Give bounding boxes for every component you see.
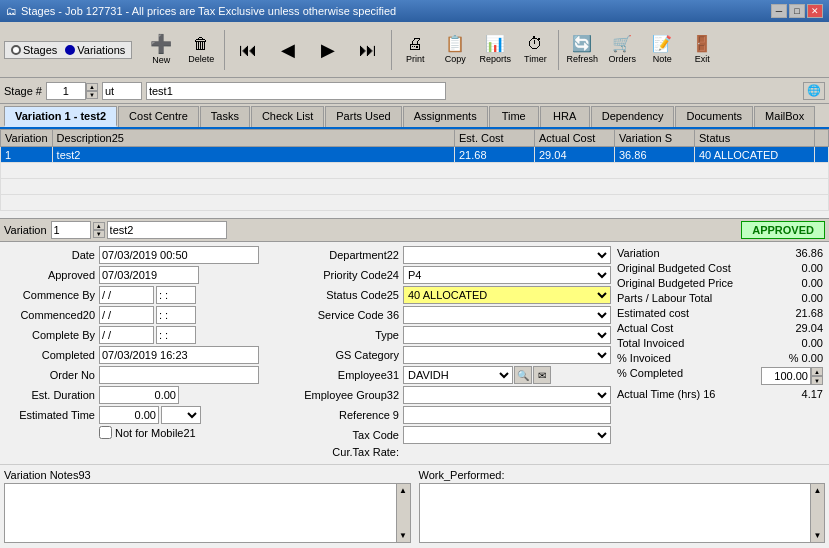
servicecode-select[interactable] (403, 306, 611, 324)
pct-spin-up[interactable]: ▲ (811, 367, 823, 376)
tab-dependency[interactable]: Dependency (591, 106, 675, 127)
orderno-input[interactable] (99, 366, 259, 384)
employee-label: Employee31 (293, 369, 403, 381)
gs-select[interactable] (403, 346, 611, 364)
priority-select[interactable]: P4 (403, 266, 611, 284)
copy-button[interactable]: 📋 Copy (436, 27, 474, 73)
complete-by-time-input[interactable] (156, 326, 196, 344)
type-select[interactable] (403, 326, 611, 344)
scroll-up-icon[interactable]: ▲ (399, 486, 407, 495)
orderno-label: Order No (4, 369, 99, 381)
r-pctinvoiced-value: % 0.00 (783, 352, 823, 364)
close-btn[interactable]: ✕ (807, 4, 823, 18)
estduration-input[interactable] (99, 386, 179, 404)
notes-scrollbar[interactable]: ▲ ▼ (396, 484, 410, 542)
approved-input[interactable] (99, 266, 199, 284)
tab-variation1[interactable]: Variation 1 - test2 (4, 106, 117, 127)
complete-by-date-input[interactable] (99, 326, 154, 344)
timer-button[interactable]: ⏱ Timer (516, 27, 554, 73)
delete-label: Delete (188, 54, 214, 64)
window-controls: ─ □ ✕ (771, 4, 823, 18)
refresh-button[interactable]: 🔄 Refresh (563, 27, 601, 73)
orders-button[interactable]: 🛒 Orders (603, 27, 641, 73)
spin-up[interactable]: ▲ (86, 83, 98, 91)
taxcode-label: Tax Code (293, 429, 403, 441)
date-input[interactable] (99, 246, 259, 264)
pct-spin-down[interactable]: ▼ (811, 376, 823, 385)
tab-time[interactable]: Time (489, 106, 539, 127)
taxcode-select[interactable] (403, 426, 611, 444)
commence-by-time-input[interactable] (156, 286, 196, 304)
maximize-btn[interactable]: □ (789, 4, 805, 18)
spin-down[interactable]: ▼ (86, 91, 98, 99)
var-spin-up[interactable]: ▲ (93, 222, 105, 230)
pct-completed-input[interactable] (761, 367, 811, 385)
variation-num-input[interactable] (51, 221, 91, 239)
commenced20-date-input[interactable] (99, 306, 154, 324)
stage-code-input[interactable] (102, 82, 142, 100)
r-estcost-row: Estimated cost 21.68 (615, 306, 825, 320)
tab-partsused[interactable]: Parts Used (325, 106, 401, 127)
tab-tasks[interactable]: Tasks (200, 106, 250, 127)
tab-hra[interactable]: HRA (540, 106, 590, 127)
tab-checklist[interactable]: Check List (251, 106, 324, 127)
note-button[interactable]: 📝 Note (643, 27, 681, 73)
tab-assignments[interactable]: Assignments (403, 106, 488, 127)
last-button[interactable]: ⏭ (349, 27, 387, 73)
r-origbudgetprice-row: Original Budgeted Price 0.00 (615, 276, 825, 290)
variation-notes-textarea[interactable] (5, 484, 410, 542)
new-button[interactable]: ➕ New (142, 27, 180, 73)
title-bar: 🗂 Stages - Job 127731 - All prices are T… (0, 0, 829, 22)
completed-input[interactable] (99, 346, 259, 364)
radio-variations[interactable]: Variations (65, 44, 125, 56)
reports-button[interactable]: 📊 Reports (476, 27, 514, 73)
var-spin-down[interactable]: ▼ (93, 230, 105, 238)
employee-select[interactable]: DAVIDH (403, 366, 513, 384)
r-estcost-label: Estimated cost (617, 307, 689, 319)
reference-row: Reference 9 (293, 406, 611, 424)
scroll-down-icon[interactable]: ▼ (399, 531, 407, 540)
employee-email-btn[interactable]: ✉ (533, 366, 551, 384)
globe-button[interactable]: 🌐 (803, 82, 825, 100)
dept-select[interactable] (403, 246, 611, 264)
work-performed-textarea[interactable] (420, 484, 825, 542)
commence-by-date-input[interactable] (99, 286, 154, 304)
next-button[interactable]: ▶ (309, 27, 347, 73)
delete-button[interactable]: 🗑 Delete (182, 27, 220, 73)
variation-name-input[interactable] (107, 221, 227, 239)
r-partslabour-value: 0.00 (783, 292, 823, 304)
empgroup-select[interactable] (403, 386, 611, 404)
timer-label: Timer (524, 54, 547, 64)
variation-table: Variation Description25 Est. Cost Actual… (0, 129, 829, 211)
r-variation-label: Variation (617, 247, 660, 259)
print-label: Print (406, 54, 425, 64)
not-for-mobile-checkbox[interactable] (99, 426, 112, 439)
exit-button[interactable]: 🚪 Exit (683, 27, 721, 73)
esttime-input[interactable] (99, 406, 159, 424)
work-scrollbar[interactable]: ▲ ▼ (810, 484, 824, 542)
radio-stages[interactable]: Stages (11, 44, 57, 56)
tab-mailbox[interactable]: MailBox (754, 106, 815, 127)
work-scroll-up-icon[interactable]: ▲ (814, 486, 822, 495)
tab-costcentre[interactable]: Cost Centre (118, 106, 199, 127)
minimize-btn[interactable]: ─ (771, 4, 787, 18)
view-radio-group: Stages Variations (4, 41, 132, 59)
reference-input[interactable] (403, 406, 611, 424)
tab-documents[interactable]: Documents (675, 106, 753, 127)
stage-title-input[interactable] (146, 82, 446, 100)
print-button[interactable]: 🖨 Print (396, 27, 434, 73)
date-row: Date (4, 246, 289, 264)
esttime-select[interactable] (161, 406, 201, 424)
employee-search-btn[interactable]: 🔍 (514, 366, 532, 384)
var-spinner: ▲ ▼ (93, 222, 105, 238)
prev-button[interactable]: ◀ (269, 27, 307, 73)
work-scroll-down-icon[interactable]: ▼ (814, 531, 822, 540)
table-row[interactable]: 1 test2 21.68 29.04 36.86 40 ALLOCATED (1, 147, 829, 163)
delete-icon: 🗑 (193, 36, 209, 52)
note-icon: 📝 (652, 36, 672, 52)
first-button[interactable]: ⏮ (229, 27, 267, 73)
statuscode-select[interactable]: 40 ALLOCATED (403, 286, 611, 304)
stage-number-input[interactable] (46, 82, 86, 100)
esttime-row: Estimated Time (4, 406, 289, 424)
commenced20-time-input[interactable] (156, 306, 196, 324)
